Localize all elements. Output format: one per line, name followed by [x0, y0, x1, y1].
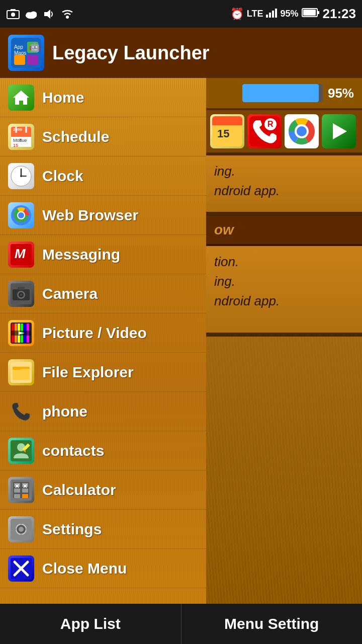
- battery-bar-fill: [242, 84, 319, 102]
- svg-rect-62: [13, 369, 30, 380]
- svg-rect-2: [11, 9, 16, 11]
- svg-point-42: [18, 212, 24, 218]
- shelf-app-chrome[interactable]: [285, 114, 319, 148]
- photo-icon: [6, 7, 20, 21]
- shelf-text-3c: ndroid app.: [214, 293, 280, 308]
- svg-text:15: 15: [217, 127, 229, 140]
- svg-rect-9: [269, 13, 271, 18]
- shelf-text-3b: ing.: [214, 274, 235, 289]
- svg-rect-72: [14, 489, 20, 493]
- app-list-label: App List: [60, 615, 121, 632]
- app-icons-shelf: 15 R: [206, 110, 362, 155]
- menu-item-settings[interactable]: Settings: [0, 510, 206, 549]
- app-list-button[interactable]: App List: [0, 604, 182, 644]
- svg-point-7: [66, 16, 69, 19]
- svg-point-82: [19, 527, 24, 532]
- svg-text:2099: 2099: [13, 127, 22, 132]
- svg-rect-20: [14, 55, 25, 65]
- app-header: App Maps 🤖 Legacy Launcher: [0, 28, 362, 78]
- menu-label-picture-video: Picture / Video: [42, 325, 147, 342]
- menu-item-close-menu[interactable]: Close Menu: [0, 549, 206, 588]
- svg-point-5: [30, 11, 37, 17]
- menu-item-messaging[interactable]: M Messaging: [0, 235, 206, 274]
- phone-icon: [8, 398, 34, 425]
- schedule-icon: 2099 Mon Tue 15: [8, 124, 34, 150]
- svg-rect-21: [27, 55, 38, 65]
- menu-item-picture-video[interactable]: Picture / Video: [0, 313, 206, 353]
- svg-rect-13: [303, 10, 316, 16]
- menu-label-clock: Clock: [42, 168, 83, 185]
- svg-point-1: [11, 13, 15, 17]
- content-shelf-2: tion. ing. ndroid app.: [206, 246, 362, 337]
- shelf-text-1: ing. ndroid app.: [214, 162, 354, 201]
- shelf-text-1a: ing.: [214, 164, 235, 179]
- app-title: Legacy Launcher: [52, 42, 210, 64]
- svg-rect-25: [11, 132, 31, 137]
- svg-point-49: [20, 293, 23, 296]
- menu-item-calculator[interactable]: Calculator: [0, 470, 206, 510]
- signal-icon: [266, 8, 277, 21]
- shelf-text-1b: ndroid app.: [214, 183, 280, 198]
- menu-item-contacts[interactable]: contacts: [0, 431, 206, 470]
- battery-status: 95%: [280, 9, 298, 19]
- status-right-info: ⏰ LTE 95% 21:23: [230, 6, 356, 22]
- menu-item-clock[interactable]: Clock: [0, 156, 206, 196]
- svg-rect-14: [317, 11, 319, 14]
- battery-percent-label: 95%: [328, 86, 354, 101]
- menu-setting-button[interactable]: Menu Setting: [182, 604, 363, 644]
- status-bar: ⏰ LTE 95% 21:23: [0, 0, 362, 28]
- svg-text:M: M: [15, 246, 26, 261]
- battery-icon: [302, 8, 320, 21]
- bottom-bar: App List Menu Setting: [0, 604, 362, 644]
- svg-marker-22: [13, 91, 29, 105]
- svg-text:15: 15: [13, 143, 18, 147]
- battery-section: 95%: [206, 78, 362, 110]
- menu-label-schedule: Schedule: [42, 128, 109, 145]
- lte-label: LTE: [247, 9, 263, 19]
- cloud-icon: [24, 7, 38, 21]
- settings-icon: [8, 516, 34, 542]
- svg-rect-75: [22, 494, 28, 498]
- messaging-icon: M: [8, 242, 34, 268]
- menu-label-calculator: Calculator: [42, 481, 116, 499]
- menu-item-home[interactable]: Home: [0, 78, 206, 117]
- menu-label-home: Home: [42, 89, 84, 106]
- menu-label-settings: Settings: [42, 521, 102, 538]
- home-icon: [8, 85, 34, 111]
- menu-item-web-browser[interactable]: Web Browser: [0, 196, 206, 235]
- svg-rect-8: [266, 15, 268, 18]
- file-explorer-icon: [8, 359, 34, 385]
- shelf-app-arrow[interactable]: [322, 114, 356, 148]
- svg-text:R: R: [267, 120, 274, 128]
- menu-label-phone: phone: [42, 403, 87, 420]
- menu-item-phone[interactable]: phone: [0, 392, 206, 431]
- svg-point-103: [297, 126, 307, 136]
- menu-label-close-menu: Close Menu: [42, 560, 127, 577]
- svg-rect-50: [18, 287, 25, 290]
- menu-label-messaging: Messaging: [42, 246, 120, 263]
- svg-rect-86: [26, 528, 30, 530]
- svg-marker-6: [44, 10, 50, 19]
- svg-rect-83: [20, 520, 22, 524]
- svg-point-36: [20, 175, 22, 177]
- svg-marker-104: [333, 123, 347, 139]
- svg-rect-85: [12, 528, 16, 530]
- menu-item-schedule[interactable]: 2099 Mon Tue 15 Schedule: [0, 117, 206, 156]
- svg-rect-73: [22, 489, 28, 493]
- status-left-icons: [6, 7, 74, 21]
- shelf-text-3a: tion.: [214, 254, 239, 269]
- menu-label-file-explorer: File Explorer: [42, 364, 134, 381]
- side-menu: Home 2099 Mon Tue 15 Schedule: [0, 78, 206, 604]
- svg-rect-74: [14, 494, 20, 498]
- svg-rect-96: [212, 122, 242, 125]
- shelf-text-2: ow: [214, 222, 234, 238]
- shelf-app-calendar[interactable]: 15: [210, 114, 244, 148]
- menu-item-file-explorer[interactable]: File Explorer: [0, 353, 206, 392]
- battery-bar-container: [242, 84, 323, 102]
- content-shelf-1: ing. ndroid app.: [206, 155, 362, 216]
- svg-rect-63: [13, 367, 21, 370]
- shelf-app-phone[interactable]: R: [247, 114, 282, 148]
- svg-text:Tue: Tue: [19, 138, 27, 143]
- menu-item-camera[interactable]: Camera: [0, 274, 206, 313]
- svg-rect-10: [272, 11, 274, 18]
